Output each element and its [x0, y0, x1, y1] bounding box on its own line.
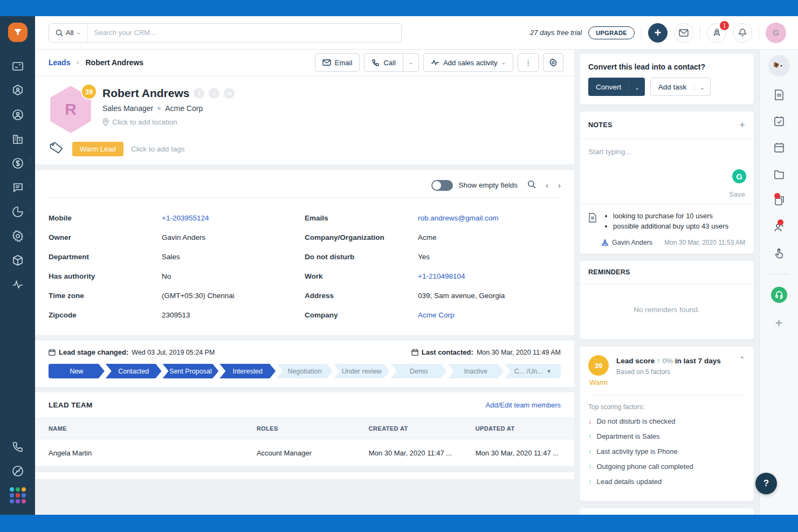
search-scope-dropdown[interactable]: All ⌄	[49, 24, 88, 42]
bottom-blue-strip	[0, 515, 798, 532]
support-headset-icon[interactable]	[771, 287, 787, 303]
field-value-work[interactable]: +1-210498104	[418, 272, 465, 280]
settings-more-icon[interactable]: ⋮	[27, 231, 33, 234]
sidebar-item-dashboard[interactable]	[0, 54, 35, 78]
linkedin-icon[interactable]: in	[224, 88, 235, 99]
stage-sent-proposal[interactable]: Sent Proposal	[163, 364, 219, 378]
deals-more-icon[interactable]: ⋮	[27, 158, 33, 161]
freddy-ai-avatar[interactable]	[768, 55, 790, 77]
show-empty-fields-label: Show empty fields	[458, 181, 518, 189]
email-inbox-button[interactable]	[674, 23, 693, 43]
stage-new[interactable]: New	[49, 364, 105, 378]
show-empty-fields-toggle[interactable]	[431, 180, 453, 191]
field-value-do-not-disturb: Yes	[418, 253, 430, 261]
save-note-button[interactable]: Save	[729, 190, 745, 198]
search-scope-label: All	[66, 29, 73, 37]
facebook-icon[interactable]: f	[194, 88, 204, 99]
search-fields-icon[interactable]	[527, 180, 536, 190]
factor-text: Outgoing phone call completed	[597, 462, 693, 471]
stage-under-review[interactable]: Under review	[334, 364, 390, 378]
chevron-down-icon: ⌄	[700, 85, 704, 91]
table-row[interactable]: Angela Martin Account Manager Mon 30 Mar…	[35, 439, 574, 467]
call-button[interactable]: Call	[364, 53, 403, 72]
add-task-button[interactable]: Add task	[651, 83, 694, 91]
sidebar-item-marketplace[interactable]	[0, 248, 35, 272]
whats-new-button[interactable]: 1	[707, 23, 726, 43]
column-updated-at: UPDATED AT	[476, 425, 561, 432]
lead-job-title: Sales Manager	[102, 104, 153, 113]
possible-duplicate-card: 1 POSSIBLE DUPLICATE i B Bob Andrews	[580, 508, 754, 515]
search-input[interactable]	[88, 29, 401, 37]
add-panel-icon[interactable]: +	[775, 315, 782, 330]
sidebar-item-freddy-disabled[interactable]	[0, 459, 35, 483]
note-input[interactable]: Start typing... G Save	[580, 139, 754, 204]
field-row: CompanyAcme Corp	[305, 305, 561, 324]
author-icon	[601, 239, 609, 246]
stage-interested[interactable]: Interested	[219, 364, 276, 378]
convert-dropdown-button[interactable]: ⌄	[629, 83, 644, 91]
more-actions-button[interactable]: ⋮	[518, 53, 539, 72]
stage-changed-label: Lead stage changed:	[59, 348, 128, 356]
gear-icon	[549, 58, 558, 67]
help-button[interactable]: ?	[755, 473, 777, 494]
sidebar-item-contacts[interactable]	[0, 102, 35, 127]
conversations-more-icon[interactable]: ⋮	[27, 183, 33, 185]
analytics-more-icon[interactable]: ⋮	[27, 207, 33, 210]
app-switcher-icon[interactable]	[0, 483, 35, 507]
next-record-icon[interactable]: ›	[558, 181, 561, 190]
field-value-company[interactable]: Acme Corp	[418, 311, 455, 319]
add-task-dropdown-button[interactable]: ⌄	[694, 83, 710, 91]
tasks-panel-icon[interactable]	[773, 115, 785, 129]
user-avatar[interactable]: G	[766, 23, 786, 43]
sidebar-item-conversations[interactable]: ⋮	[0, 175, 35, 199]
add-edit-team-members-link[interactable]: Add/Edit team members	[486, 401, 561, 409]
collapse-icon[interactable]: ⌃	[739, 355, 745, 363]
stage-inactive[interactable]: Inactive	[448, 364, 504, 378]
sidebar-item-deals[interactable]: ⋮	[0, 151, 35, 175]
recordings-panel-icon[interactable]	[773, 195, 785, 209]
field-value-emails[interactable]: rob.andrews@gmail.com	[418, 214, 499, 222]
convert-button[interactable]: Convert	[588, 83, 629, 91]
quick-add-button[interactable]: +	[648, 23, 668, 43]
add-tags-link[interactable]: Click to add tags	[131, 145, 185, 153]
twitter-icon[interactable]: t	[209, 88, 219, 99]
call-dropdown-button[interactable]: ⌄	[403, 53, 419, 72]
add-location-link[interactable]: Click to add location	[102, 118, 235, 126]
freshsales-logo-icon[interactable]	[8, 23, 27, 42]
field-value-mobile[interactable]: +1-203955124	[162, 214, 209, 222]
note-item[interactable]: looking to purchase for 10 users possibl…	[580, 204, 754, 239]
sidebar-item-analytics[interactable]: ⋮	[0, 199, 35, 224]
sidebar-item-phone[interactable]	[0, 434, 35, 459]
sidebar-item-accounts[interactable]	[0, 127, 35, 151]
stage-closed-unqualified[interactable]: C... /Un...▼	[505, 364, 561, 378]
lead-details-card: Show empty fields ‹ › Mobile+1-203955124…	[35, 170, 574, 335]
breadcrumb-leads-link[interactable]: Leads	[49, 58, 70, 67]
upgrade-button[interactable]: UPGRADE	[588, 26, 635, 39]
notes-panel-icon[interactable]	[773, 89, 785, 103]
add-note-icon[interactable]: +	[739, 119, 745, 131]
files-panel-icon[interactable]	[773, 168, 785, 182]
gesture-panel-icon[interactable]	[773, 247, 785, 261]
email-button[interactable]: Email	[315, 53, 360, 72]
lead-tag-warm[interactable]: Warm Lead	[72, 142, 123, 156]
stage-negotiation[interactable]: Negotiation	[277, 364, 333, 378]
trial-text: 27 days free trial	[530, 29, 582, 37]
grammarly-icon[interactable]: G	[732, 169, 746, 183]
top-bar: All ⌄ 27 days free trial UPGRADE + 1	[35, 16, 798, 50]
sidebar-item-activity[interactable]	[0, 272, 35, 296]
sidebar-item-leads[interactable]	[0, 78, 35, 102]
stage-contacted[interactable]: Contacted	[106, 364, 162, 378]
left-sidebar: ⋮ ⋮ ⋮ ⋮	[0, 16, 35, 515]
cell-created-at: Mon 30 Mar, 2020 11:47 ...	[369, 449, 476, 457]
sidebar-item-settings[interactable]: ⋮	[0, 224, 35, 248]
participants-panel-icon[interactable]	[773, 221, 785, 235]
stage-demo[interactable]: Demo	[391, 364, 447, 378]
notifications-button[interactable]	[733, 23, 752, 43]
appointments-panel-icon[interactable]	[773, 142, 785, 156]
note-author-name: Gavin Anders	[612, 239, 652, 246]
prev-record-icon[interactable]: ‹	[546, 181, 548, 190]
add-sales-activity-button[interactable]: Add sales activity ⌄	[423, 53, 513, 72]
recording-red-dot	[774, 193, 780, 199]
page-settings-button[interactable]	[543, 53, 563, 72]
column-roles: ROLES	[257, 425, 369, 432]
